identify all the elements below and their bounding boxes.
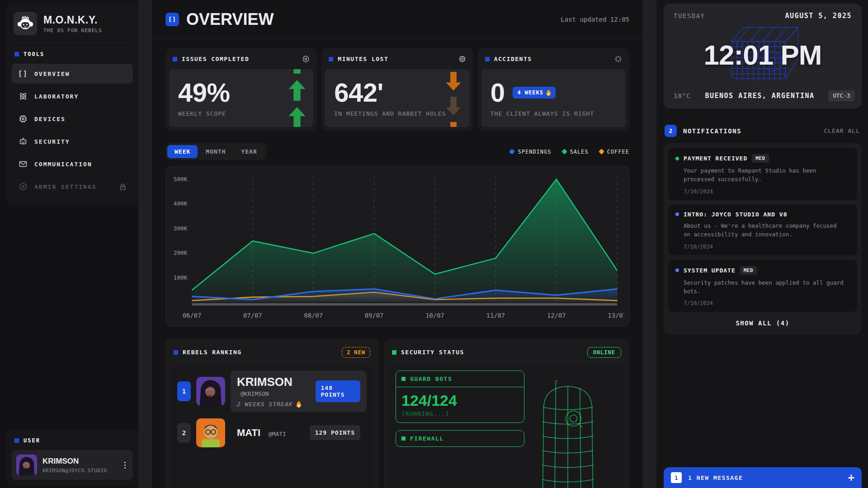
blue-square-icon — [173, 57, 177, 61]
notification-date: 7/10/2024 — [684, 244, 850, 250]
user-profile[interactable]: KRIMSON KRIMSON@JOYCO.STUDIO — [12, 450, 133, 480]
notification-title: PAYMENT RECEIVED — [684, 155, 747, 162]
plus-icon[interactable]: + — [848, 472, 854, 483]
hex-settings-icon[interactable] — [302, 55, 310, 63]
stat-caption: IN MEETINGS AND RABBIT HOLES — [334, 110, 460, 117]
status-dot — [675, 212, 679, 216]
location: BUENOS AIRES, ARGENTINA — [691, 92, 829, 100]
online-status-badge: ONLINE — [587, 347, 621, 358]
chart-legend: SPENDINGS SALES COFFEE — [510, 149, 629, 155]
stat-value: 49% — [178, 80, 304, 106]
sidebar-item-communication[interactable]: COMMUNICATION — [12, 154, 133, 174]
clock-time: 12:01 PM — [664, 39, 862, 71]
notification-date: 7/10/2024 — [684, 300, 850, 306]
notification-intro[interactable]: INTRO: JOYCO STUDIO AND V0 About us - We… — [668, 205, 857, 255]
legend-sales: SALES — [562, 149, 589, 155]
stat-card-issues: ISSUES COMPLETED 49% WEEKLY SCOPE — [165, 48, 317, 131]
clear-all-button[interactable]: CLEAR ALL — [824, 127, 860, 134]
notification-body: Security patches have been applied to al… — [684, 278, 846, 296]
rebels-ranking-card: REBELS RANKING 2 NEW 1 — [165, 339, 378, 488]
bottom-row: REBELS RANKING 2 NEW 1 — [152, 326, 643, 488]
stat-card-minutes-lost: MINUTES LOST 642' IN MEETINGS AND RABBIT… — [321, 48, 473, 131]
rebel-name: MATI — [237, 427, 260, 438]
sidebar-item-devices[interactable]: DEVICES — [12, 109, 133, 129]
blue-square-icon — [14, 52, 19, 56]
sidebar-item-admin-settings[interactable]: ADMIN SETTINGS — [12, 177, 133, 197]
notification-body: About us - We're a healthcare company fo… — [684, 221, 846, 239]
severity-badge: MED — [752, 154, 769, 163]
svg-text:11/07: 11/07 — [486, 312, 505, 319]
date: AUGUST 5, 2025 — [785, 12, 852, 20]
stat-value: 642' — [334, 80, 460, 106]
main-panel: [] OVERVIEW Last updated 12:05 ISSUES CO… — [152, 0, 643, 488]
ranking-row-1[interactable]: 1 — [177, 371, 367, 412]
sales-chart-svg: 100K200K300K400K500K06/0707/0708/0709/07… — [170, 172, 624, 324]
notification-title: INTRO: JOYCO STUDIO AND V0 — [684, 211, 788, 218]
sidebar-item-overview[interactable]: [] OVERVIEW — [12, 64, 133, 84]
blue-square-icon — [174, 350, 178, 355]
notification-system-update[interactable]: SYSTEM UPDATE MED Security patches have … — [668, 260, 857, 312]
green-square-icon — [401, 436, 406, 441]
module-label: GUARD BOTS — [410, 375, 452, 382]
svg-text:300K: 300K — [174, 225, 188, 232]
tab-year[interactable]: YEAR — [234, 145, 264, 158]
trend-down-arrows-icon — [443, 72, 463, 127]
firewall-module: FIREWALL — [396, 430, 524, 447]
blue-square-icon — [485, 57, 490, 61]
app-root: M.O.N.K.Y. THE OS FOR REBELS TOOLS [] OV… — [0, 0, 868, 488]
sidebar-item-laboratory[interactable]: LABORATORY — [12, 86, 133, 106]
lock-icon — [119, 183, 127, 191]
flame-icon — [546, 89, 551, 96]
new-message-bar[interactable]: 1 1 NEW MESSAGE + — [664, 467, 862, 488]
ranking-row-2[interactable]: 2 — [177, 418, 367, 447]
security-title: SECURITY STATUS — [401, 349, 464, 356]
rebel-name: KRIMSON — [237, 375, 292, 389]
tools-section-label: TOOLS — [14, 51, 130, 57]
notification-date: 7/10/2024 — [684, 188, 850, 195]
tab-week[interactable]: WEEK — [167, 145, 198, 158]
diamond-icon — [561, 149, 567, 155]
notification-body: Your payment to Rampant Studio has been … — [684, 166, 846, 184]
notification-payment-received[interactable]: PAYMENT RECEIVED MED Your payment to Ram… — [668, 148, 857, 200]
ranking-title: REBELS RANKING — [183, 349, 242, 356]
stat-title: ACCIDENTS — [494, 56, 532, 62]
chart-section: WEEK MONTH YEAR SPENDINGS SALES — [152, 131, 643, 326]
svg-text:06/07: 06/07 — [183, 312, 202, 319]
svg-text:100K: 100K — [174, 274, 188, 281]
stats-row: ISSUES COMPLETED 49% WEEKLY SCOPE — [152, 39, 643, 131]
diamond-icon — [509, 149, 515, 155]
blue-square-icon — [329, 57, 333, 61]
svg-text:12/07: 12/07 — [547, 312, 566, 319]
brackets-icon: [] — [18, 70, 28, 78]
sidebar-item-security[interactable]: SECURITY — [12, 131, 133, 151]
chip-settings-icon[interactable] — [458, 55, 466, 63]
brand: M.O.N.K.Y. THE OS FOR REBELS — [12, 9, 133, 43]
user-menu-kebab-icon[interactable] — [122, 459, 128, 471]
burst-settings-icon[interactable] — [614, 55, 622, 63]
svg-text:500K: 500K — [174, 176, 188, 183]
timezone-badge: UTC-3 — [829, 90, 854, 101]
clock-widget: TUESDAY AUGUST 5, 2025 12:01 PM 18°C BUE… — [664, 4, 862, 108]
avatar — [196, 418, 225, 447]
overview-brackets-icon: [] — [165, 13, 179, 26]
atom-icon — [18, 92, 28, 101]
hex-nut-icon — [18, 182, 28, 191]
svg-text:08/07: 08/07 — [304, 312, 323, 319]
sidebar-nav-card: M.O.N.K.Y. THE OS FOR REBELS TOOLS [] OV… — [6, 4, 138, 205]
right-sidebar: TUESDAY AUGUST 5, 2025 12:01 PM 18°C BUE… — [656, 0, 868, 488]
status-dot — [675, 157, 679, 160]
stat-title: MINUTES LOST — [338, 56, 388, 62]
svg-text:13/07: 13/07 — [608, 312, 624, 319]
diamond-icon — [599, 149, 604, 155]
stat-card-accidents: ACCIDENTS 0 4 WEEKS — [478, 48, 629, 131]
tab-month[interactable]: MONTH — [198, 145, 233, 158]
page-title: OVERVIEW — [186, 10, 274, 29]
show-all-button[interactable]: SHOW ALL (4) — [668, 314, 857, 330]
stat-title: ISSUES COMPLETED — [182, 56, 249, 62]
rebel-handle: @KRIMSON — [241, 390, 269, 397]
module-label: FIREWALL — [410, 435, 444, 442]
green-square-icon — [401, 377, 406, 381]
blue-square-icon — [14, 438, 19, 443]
notifications-title: NOTIFICATIONS — [683, 127, 741, 135]
brand-title: M.O.N.K.Y. — [43, 14, 102, 26]
